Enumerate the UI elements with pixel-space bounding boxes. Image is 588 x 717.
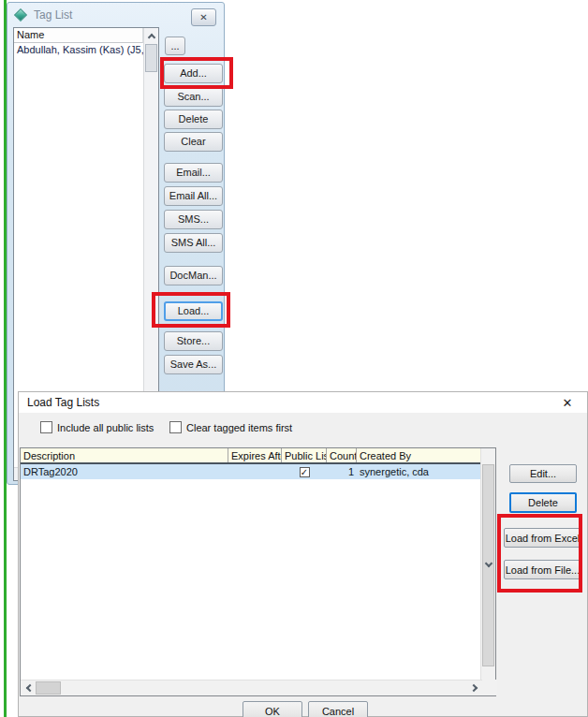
docman-button[interactable]: DocMan... — [164, 266, 223, 285]
checkbox-label: Clear tagged items first — [186, 422, 292, 433]
chevron-left-icon — [25, 684, 33, 692]
sms-all-button[interactable]: SMS All... — [164, 233, 223, 253]
cell-expires-after — [228, 471, 282, 473]
tag-list-row[interactable]: Abdullah, Kassim (Kas) (J5, KE, , , — [14, 43, 143, 58]
column-header-count[interactable]: Count — [327, 448, 357, 462]
checkbox-unchecked-icon[interactable] — [40, 421, 52, 433]
highlight-box-load-from-buttons — [497, 514, 582, 593]
cell-description: DRTag2020 — [21, 465, 228, 478]
email-all-button[interactable]: Email All... — [164, 186, 223, 206]
email-button[interactable]: Email... — [164, 163, 223, 183]
dialog-title: Load Tag Lists — [27, 396, 99, 409]
chevron-down-icon — [485, 559, 492, 566]
more-button[interactable]: ... — [165, 37, 185, 55]
scroll-left-button[interactable] — [21, 680, 36, 695]
app-diamond-icon — [14, 7, 27, 21]
scroll-right-button[interactable] — [467, 680, 482, 695]
dialog-close-button[interactable]: ✕ — [553, 392, 581, 413]
grid-header-row: Description Expires After Public List Co… — [21, 448, 495, 464]
chevron-up-icon — [148, 33, 155, 40]
checkbox-label: Include all public lists — [57, 422, 154, 433]
column-header-expires-after[interactable]: Expires After — [228, 448, 282, 462]
clear-tagged-items-first-checkbox[interactable]: Clear tagged items first — [169, 421, 292, 433]
cell-public-list: ✓ — [282, 465, 327, 478]
cell-count: 1 — [327, 465, 357, 478]
dialog-titlebar[interactable] — [19, 392, 587, 413]
checkbox-checked-icon[interactable]: ✓ — [300, 467, 310, 477]
include-all-public-lists-checkbox[interactable]: Include all public lists — [40, 421, 154, 433]
tag-lists-grid[interactable]: Description Expires After Public List Co… — [20, 447, 496, 696]
column-header-description[interactable]: Description — [21, 448, 228, 462]
highlight-box-add-button — [160, 57, 233, 89]
name-column-header[interactable]: Name — [14, 28, 143, 43]
close-icon: ✕ — [563, 396, 573, 410]
scroll-thumb[interactable] — [145, 44, 157, 72]
chevron-right-icon — [469, 684, 477, 692]
close-icon: ✕ — [199, 12, 207, 22]
ok-button[interactable]: OK — [243, 701, 302, 717]
scroll-up-button[interactable] — [144, 28, 159, 43]
table-row-selected[interactable]: DRTag2020 ✓ 1 synergetic, cda — [21, 464, 495, 479]
save-as-button[interactable]: Save As... — [164, 355, 223, 374]
highlight-box-load-button — [152, 292, 230, 328]
checkbox-unchecked-icon[interactable] — [169, 421, 182, 433]
column-header-created-by[interactable]: Created By — [357, 448, 480, 462]
store-button[interactable]: Store... — [164, 331, 223, 351]
edit-button[interactable]: Edit... — [509, 464, 577, 483]
scrollbar-corner — [482, 680, 497, 695]
cancel-button[interactable]: Cancel — [308, 701, 368, 717]
scroll-down-button[interactable] — [481, 448, 496, 680]
scan-button[interactable]: Scan... — [164, 87, 223, 107]
clear-button[interactable]: Clear — [164, 132, 223, 152]
column-header-public-list[interactable]: Public List — [282, 448, 327, 462]
tag-list-close-button[interactable]: ✕ — [191, 8, 216, 26]
sms-button[interactable]: SMS... — [164, 210, 223, 229]
grid-horizontal-scrollbar[interactable] — [21, 680, 482, 695]
grid-vertical-scrollbar[interactable] — [480, 448, 495, 680]
delete-button[interactable]: Delete — [164, 110, 223, 129]
tag-list-window-title: Tag List — [34, 8, 72, 22]
cell-created-by: synergetic, cda — [357, 465, 480, 478]
delete-list-button[interactable]: Delete — [509, 492, 577, 513]
scroll-thumb[interactable] — [36, 681, 61, 695]
